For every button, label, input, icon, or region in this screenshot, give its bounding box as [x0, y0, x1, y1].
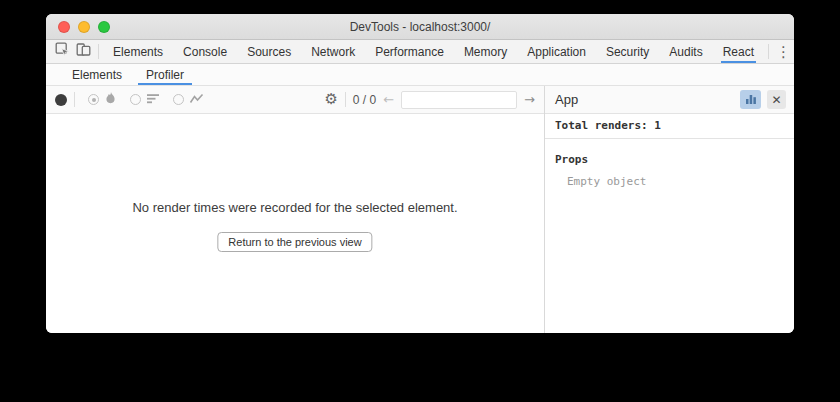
profiler-main-column: ⚙ 0 / 0 ← → No render times were recorde… [46, 86, 544, 333]
radio-icon [88, 94, 99, 105]
react-subtabbar: Elements Profiler [46, 64, 794, 86]
radio-icon [130, 94, 141, 105]
return-previous-view-button[interactable]: Return to the previous view [217, 232, 372, 252]
inspect-cursor-icon [55, 42, 70, 61]
profiler-content: ⚙ 0 / 0 ← → No render times were recorde… [46, 86, 794, 333]
close-window-button[interactable] [58, 21, 70, 33]
tab-react[interactable]: React [713, 40, 764, 63]
render-chart-toggle-button[interactable] [740, 90, 761, 109]
selected-component-name: App [555, 92, 734, 107]
device-toolbar-button[interactable] [73, 40, 94, 63]
device-toolbar-icon [76, 42, 91, 61]
inspect-element-button[interactable] [52, 40, 73, 63]
tab-elements[interactable]: Elements [103, 40, 173, 63]
overflow-menu-icon[interactable]: ⋮ [773, 40, 794, 63]
flamegraph-view-radio[interactable] [88, 91, 117, 109]
record-icon[interactable] [55, 94, 67, 106]
zoom-window-button[interactable] [98, 21, 110, 33]
tab-performance[interactable]: Performance [365, 40, 454, 63]
devtools-window: DevTools - localhost:3000/ Elements Cons… [46, 14, 794, 333]
minimize-window-button[interactable] [78, 21, 90, 33]
ranked-chart-icon [146, 91, 160, 109]
window-title: DevTools - localhost:3000/ [350, 20, 491, 34]
toolbar-separator [345, 92, 346, 107]
tab-application[interactable]: Application [517, 40, 596, 63]
tabbar-separator [98, 44, 99, 59]
flame-icon [104, 91, 117, 109]
gear-icon[interactable]: ⚙ [324, 92, 337, 107]
profiler-toolbar: ⚙ 0 / 0 ← → [46, 86, 544, 114]
close-icon[interactable]: ✕ [767, 90, 786, 109]
selected-element-details: Total renders: 1 Props Empty object [545, 114, 794, 333]
tab-sources[interactable]: Sources [237, 40, 301, 63]
subtab-profiler[interactable]: Profiler [134, 64, 196, 85]
traffic-lights [58, 14, 110, 39]
radio-icon [173, 94, 184, 105]
devtools-tabbar: Elements Console Sources Network Perform… [46, 40, 794, 64]
titlebar: DevTools - localhost:3000/ [46, 14, 794, 40]
interactions-chart-icon [189, 91, 204, 109]
subtab-elements[interactable]: Elements [60, 64, 134, 85]
previous-result-icon[interactable]: ← [383, 92, 394, 107]
ranked-view-radio[interactable] [130, 91, 160, 109]
tabbar-separator [768, 44, 769, 59]
interactions-view-radio[interactable] [173, 91, 204, 109]
profiler-empty-state: No render times were recorded for the se… [46, 114, 544, 333]
search-input[interactable] [401, 91, 517, 109]
next-result-icon[interactable]: → [524, 92, 535, 107]
tab-security[interactable]: Security [596, 40, 659, 63]
props-section-label: Props [545, 139, 794, 166]
tab-memory[interactable]: Memory [454, 40, 517, 63]
empty-state-message: No render times were recorded for the se… [46, 200, 544, 215]
props-value: Empty object [545, 166, 794, 188]
tab-console[interactable]: Console [173, 40, 237, 63]
bar-chart-icon [745, 91, 757, 109]
selected-element-header: App ✕ [545, 86, 794, 114]
tab-audits[interactable]: Audits [659, 40, 712, 63]
toolbar-separator [74, 92, 75, 107]
selected-element-panel: App ✕ Total renders: 1 Props Empty objec… [544, 86, 794, 333]
tab-network[interactable]: Network [301, 40, 365, 63]
search-results-counter: 0 / 0 [353, 93, 376, 107]
total-renders-row: Total renders: 1 [545, 114, 794, 139]
